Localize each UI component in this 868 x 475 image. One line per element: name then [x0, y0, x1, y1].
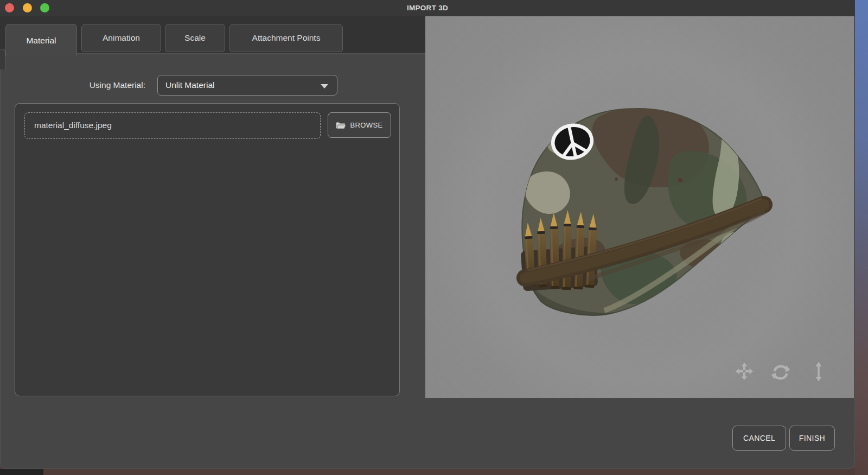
- material-dropdown-value: Unlit Material: [165, 80, 214, 90]
- tab-strip: Material Animation Scale Attachment Poin…: [0, 16, 425, 54]
- tab-material-label: Material: [26, 36, 56, 46]
- cancel-button[interactable]: CANCEL: [732, 426, 786, 451]
- using-material-label: Using Material:: [0, 75, 145, 96]
- finish-button[interactable]: FINISH: [789, 426, 835, 451]
- material-file-panel: material_diffuse.jpeg BROWSE: [15, 103, 400, 396]
- background-dark-corner: [0, 469, 43, 475]
- vertical-resize-icon: [814, 362, 823, 382]
- open-folder-icon: [336, 122, 346, 129]
- finish-button-label: FINISH: [799, 434, 825, 442]
- window-title: IMPORT 3D: [0, 0, 855, 16]
- model-preview-helmet: [425, 16, 854, 398]
- tab-animation-label: Animation: [103, 33, 140, 43]
- tab-strip-left-sliver: [0, 49, 5, 69]
- import-3d-dialog: IMPORT 3D Material Animation Scale Attac…: [0, 0, 855, 469]
- titlebar: IMPORT 3D: [0, 0, 855, 16]
- browse-button-label: BROWSE: [350, 121, 382, 129]
- chevron-down-icon: [321, 84, 328, 88]
- cancel-button-label: CANCEL: [743, 434, 775, 442]
- tab-attachment-points[interactable]: Attachment Points: [229, 24, 343, 52]
- move-tool[interactable]: [735, 362, 754, 383]
- material-file-dropzone[interactable]: material_diffuse.jpeg: [24, 112, 321, 139]
- scale-tool[interactable]: [814, 362, 823, 384]
- tab-attachment-points-label: Attachment Points: [252, 33, 321, 43]
- material-dropdown[interactable]: Unlit Material: [157, 75, 337, 96]
- model-preview-viewport[interactable]: [425, 16, 854, 398]
- screen: IMPORT 3D Material Animation Scale Attac…: [0, 0, 868, 475]
- material-filename: material_diffuse.jpeg: [34, 121, 112, 130]
- browse-button[interactable]: BROWSE: [328, 112, 391, 138]
- rotate-tool[interactable]: [771, 364, 790, 383]
- rotate-arrows-icon: [771, 364, 790, 381]
- tab-material[interactable]: Material: [5, 24, 77, 56]
- move-arrows-icon: [735, 362, 754, 381]
- background-app-right-strip: [854, 0, 868, 475]
- tab-scale-label: Scale: [184, 33, 206, 43]
- background-app-bottom-strip: [0, 468, 855, 475]
- tab-scale[interactable]: Scale: [165, 24, 225, 52]
- tab-animation[interactable]: Animation: [81, 24, 161, 52]
